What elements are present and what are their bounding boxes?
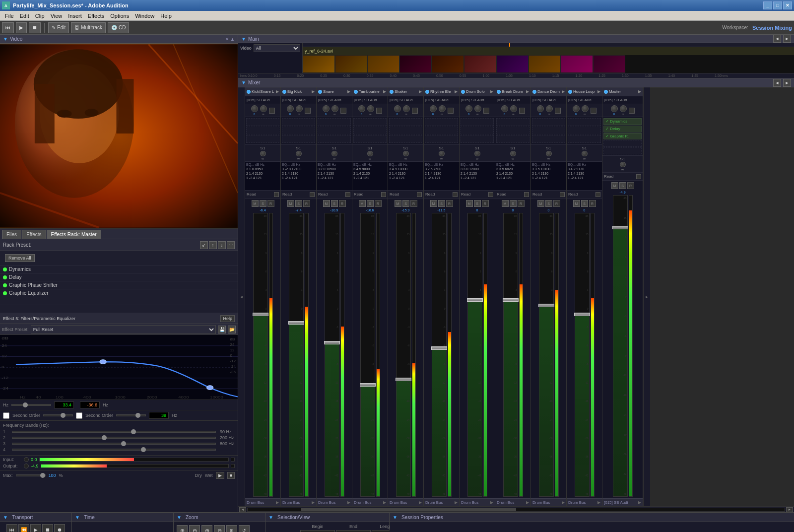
ch-effect-e1-0[interactable]	[246, 118, 279, 126]
ch-effect-e1-2[interactable]	[318, 118, 351, 126]
zoom-in-v[interactable]: ⊕	[201, 525, 212, 532]
ch-solo-0[interactable]: S	[260, 200, 266, 207]
ch-mute-9[interactable]: M	[573, 200, 580, 207]
ch-fader-handle-5[interactable]	[431, 346, 447, 350]
ch-bus-7[interactable]: Drum Bus ▶	[495, 498, 530, 506]
transport-record[interactable]: ⏺	[54, 524, 65, 532]
freq-band-slider-1[interactable]	[12, 431, 216, 433]
rack-btn-3[interactable]: ↓	[218, 241, 226, 249]
ch-rec-1[interactable]: R	[303, 200, 310, 207]
ch-read-btn-10[interactable]	[636, 174, 641, 179]
ch-mute-btn-3[interactable]	[376, 108, 382, 114]
ch-solo-9[interactable]: S	[581, 200, 588, 207]
ch-effect-e2-3[interactable]	[353, 127, 387, 134]
play-btn[interactable]: ▶	[16, 22, 27, 33]
ch-mute-2[interactable]: M	[323, 200, 330, 207]
ch-mute-btn-1[interactable]	[305, 108, 311, 114]
ch-fader-handle-9[interactable]	[574, 313, 590, 316]
ch-vol-knob-1[interactable]	[287, 105, 294, 112]
ch-bus-9[interactable]: Drum Bus ▶	[567, 498, 602, 506]
ch-fader-track-7[interactable]: dB 15 9 6 3 0 -3 -6 -9 -12 -18 -24 -30 -…	[503, 213, 518, 497]
effect-dynamics[interactable]: Dynamics	[0, 266, 238, 273]
main-panel-arrow-left[interactable]: ◄	[773, 35, 781, 43]
menu-options[interactable]: Options	[107, 12, 132, 20]
ch-mute-btn-6[interactable]	[483, 108, 489, 114]
ch-bus-2[interactable]: Drum Bus ▶	[317, 498, 352, 506]
ch-fader-handle-7[interactable]	[503, 298, 519, 302]
ch-effect-e2-7[interactable]	[496, 127, 529, 134]
ch-effect-e3-7[interactable]	[496, 135, 529, 143]
ch-mute-btn-4[interactable]	[412, 108, 418, 114]
ch-fader-handle-3[interactable]	[360, 383, 376, 387]
ch-effect-e3-1[interactable]	[282, 135, 315, 143]
ch-fader-track-9[interactable]: dB 15 9 6 3 0 -3 -6 -9 -12 -18 -24 -30 -…	[575, 213, 590, 497]
ch-power-4[interactable]	[390, 90, 394, 94]
maximize-button[interactable]: □	[773, 1, 782, 9]
transport-to-start[interactable]: ⏮	[6, 524, 17, 532]
zoom-in-h[interactable]: ⊕	[177, 525, 188, 532]
play-preview-btn[interactable]: ▶	[216, 472, 224, 479]
mixer-scrollbar[interactable]: ◄ ►	[238, 506, 794, 512]
ch-power-6[interactable]	[461, 90, 465, 94]
ch-effect-e3-8[interactable]	[532, 135, 565, 143]
ch-pan-knob-4[interactable]	[403, 105, 410, 112]
ch-vol-knob-7[interactable]	[501, 105, 508, 112]
effect-slot-6[interactable]	[0, 305, 238, 313]
dry-wet-slider[interactable]	[16, 474, 46, 476]
ch-pan-knob-1[interactable]	[296, 105, 303, 112]
mixer-collapse-right[interactable]: ►	[643, 87, 650, 506]
close-button[interactable]: ✕	[783, 1, 792, 9]
ch-effect-e2-1[interactable]	[282, 127, 315, 134]
ch-pan-knob-6[interactable]	[474, 105, 481, 112]
rack-btn-4[interactable]: ⋯	[227, 241, 235, 249]
ch-fader-handle-1[interactable]	[288, 321, 304, 325]
tab-files[interactable]: Files	[2, 230, 21, 239]
output-knob[interactable]	[24, 464, 29, 468]
ch-effect-e1-3[interactable]	[353, 118, 387, 126]
menu-effects[interactable]: Effects	[85, 12, 107, 20]
ch-arrow-10[interactable]: ▶	[638, 89, 641, 94]
ch-effect-e2-9[interactable]	[568, 127, 601, 134]
ch-solo-8[interactable]: S	[545, 200, 552, 207]
ch-vol-knob-10[interactable]	[611, 105, 618, 112]
ch-arrow-7[interactable]: ▶	[526, 89, 529, 94]
ch-read-btn-9[interactable]	[596, 192, 600, 197]
ch-effect-e1-9[interactable]	[568, 118, 601, 126]
stop-btn[interactable]: ⏹	[29, 22, 41, 33]
eq-preset-select[interactable]: Full Reset	[31, 325, 216, 334]
tab-effects[interactable]: Effects	[22, 230, 46, 239]
ch-mute-10[interactable]: M	[611, 182, 618, 189]
ch-bus-3[interactable]: Drum Bus ▶	[352, 498, 388, 506]
ch-mute-btn-5[interactable]	[448, 108, 454, 114]
ch-send-knob-3[interactable]	[367, 151, 373, 156]
second-order-right[interactable]	[76, 412, 82, 419]
effect-delay[interactable]: Delay	[0, 273, 238, 281]
ch-effect-e2-8[interactable]	[532, 127, 565, 134]
ch-effect-e3-2[interactable]	[318, 135, 351, 143]
ch-vol-knob-0[interactable]	[251, 105, 258, 112]
selection-begin-input[interactable]	[300, 530, 335, 532]
ch-rec-7[interactable]: R	[518, 200, 525, 207]
edit-mode-btn[interactable]: ✎ Edit	[48, 22, 69, 33]
ch-pan-knob-8[interactable]	[546, 105, 553, 112]
eq-preset-save[interactable]: 💾	[218, 326, 226, 333]
ch-pan-knob-5[interactable]	[439, 105, 446, 112]
ch-bus-5[interactable]: Drum Bus ▶	[424, 498, 459, 506]
input-knob[interactable]	[24, 457, 29, 462]
eq-preset-load[interactable]: 📂	[228, 326, 236, 333]
freq-band-slider-4[interactable]	[12, 449, 216, 451]
ch-power-9[interactable]	[568, 90, 572, 94]
ch-effect-e3-9[interactable]	[568, 135, 601, 143]
menu-help[interactable]: Help	[157, 12, 175, 20]
ch-power-1[interactable]	[282, 90, 286, 94]
ch-fader-track-6[interactable]: dB 15 9 6 3 0 -3 -6 -9 -12 -18 -24 -30 -…	[467, 213, 482, 497]
ch-arrow-6[interactable]: ▶	[490, 89, 493, 94]
ch-power-7[interactable]	[497, 90, 501, 94]
ch-arrow-1[interactable]: ▶	[312, 89, 315, 94]
ch-vol-knob-8[interactable]	[537, 105, 544, 112]
eq-slider-right-2[interactable]	[116, 414, 146, 416]
menu-edit[interactable]: Edit	[17, 12, 32, 20]
ch-fader-track-3[interactable]: dB 15 9 6 3 0 -3 -6 -9 -12 -18 -24 -30 -…	[360, 213, 375, 497]
ch-mute-btn-0[interactable]	[269, 108, 275, 114]
ch-effect-e3-5[interactable]	[425, 135, 458, 143]
